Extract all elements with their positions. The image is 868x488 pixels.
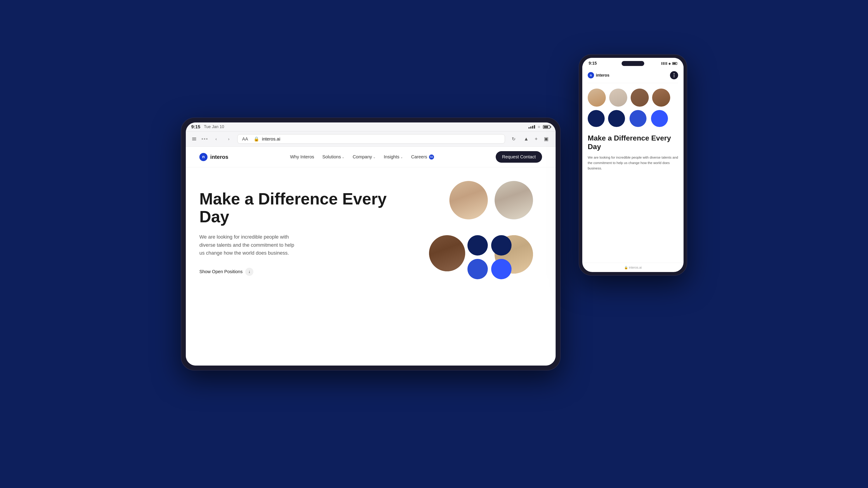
nav-why-interos[interactable]: Why Interos <box>290 154 314 160</box>
scene: 9:15 Tue Jan 10 ○ <box>0 0 868 488</box>
wifi-icon: ○ <box>538 125 540 129</box>
tablet-status-bar: 9:15 Tue Jan 10 ○ <box>186 123 556 131</box>
phone-url-text: 🔒 <box>624 266 629 269</box>
sidebar-toggle-button[interactable] <box>191 137 197 141</box>
phone-menu-button[interactable] <box>670 71 678 79</box>
signal-bars-icon <box>528 125 535 129</box>
phone-dot-navy-1 <box>588 110 604 127</box>
phone-device: 9:15 ▐▐▐▐ ◆ n interos <box>579 54 687 275</box>
address-bar[interactable]: AA 🔒 interos.ai <box>237 134 505 144</box>
phone-hero-subtitle: We are looking for incredible people wit… <box>588 155 678 171</box>
logo-text: interos <box>210 154 228 160</box>
lock-icon: 🔒 <box>254 136 259 142</box>
nav-careers[interactable]: Careers 56 <box>411 154 434 160</box>
hero-subtitle: We are looking for incredible people wit… <box>199 233 299 257</box>
chevron-down-icon: ⌄ <box>400 155 403 159</box>
phone-url-bar: 🔒 interos.ai <box>582 263 684 272</box>
hero-title: Make a Difference Every Day <box>199 190 420 226</box>
url-text: interos.ai <box>262 136 280 142</box>
browser-actions: ▲ + ▣ <box>522 135 550 143</box>
phone-status-icons: ▐▐▐▐ ◆ <box>661 62 677 65</box>
chevron-down-icon: ⌄ <box>373 155 376 159</box>
dot-navy-2 <box>491 235 512 256</box>
phone-status-bar: 9:15 ▐▐▐▐ ◆ <box>582 58 684 68</box>
careers-badge: 56 <box>429 155 434 160</box>
hero-text: Make a Difference Every Day We are looki… <box>199 190 420 276</box>
wifi-icon: ◆ <box>669 62 671 65</box>
phone-hero-title: Make a Difference Every Day <box>588 134 678 151</box>
share-button[interactable]: ▲ <box>522 135 530 143</box>
menu-dots-icon <box>674 73 675 77</box>
arrow-down-icon: ↓ <box>245 268 253 276</box>
signal-icon: ▐▐▐▐ <box>661 62 667 65</box>
browser-window-dots <box>202 138 208 140</box>
phone-logo-text: interos <box>596 73 610 78</box>
phone-dot-navy-2 <box>608 110 625 127</box>
reload-button[interactable]: ↻ <box>509 135 518 143</box>
tablet-website-content: n interos Why Interos Solutions ⌄ Compan… <box>186 147 556 365</box>
phone-logo: n interos <box>588 72 610 78</box>
tablet-status-right: ○ <box>528 125 550 129</box>
phone-dot-blue-1 <box>629 110 647 127</box>
tablet-browser-bar: ‹ › AA 🔒 interos.ai ↻ ▲ + ▣ <box>186 131 556 147</box>
tablet-device: 9:15 Tue Jan 10 ○ <box>181 118 561 370</box>
dot-blue-2 <box>491 259 512 279</box>
tablet-time: 9:15 <box>191 124 200 129</box>
hero-section: Make a Difference Every Day We are looki… <box>186 167 556 294</box>
battery-icon <box>543 125 550 129</box>
tablet-screen: 9:15 Tue Jan 10 ○ <box>186 123 556 365</box>
website-nav: n interos Why Interos Solutions ⌄ Compan… <box>186 147 556 167</box>
person-3-avatar <box>429 235 465 271</box>
request-contact-button[interactable]: Request Contact <box>496 151 542 163</box>
phone-notch <box>622 61 644 66</box>
tabs-button[interactable]: ▣ <box>542 135 550 143</box>
phone-screen: 9:15 ▐▐▐▐ ◆ n interos <box>582 58 684 272</box>
aa-label: AA <box>242 136 248 142</box>
chevron-down-icon: ⌄ <box>342 155 344 159</box>
logo: n interos <box>199 153 228 161</box>
phone-person-2-avatar <box>609 89 627 107</box>
new-tab-button[interactable]: + <box>532 135 540 143</box>
phone-nav: n interos <box>588 71 678 83</box>
tablet-status-left: 9:15 Tue Jan 10 <box>191 124 224 129</box>
nav-links: Why Interos Solutions ⌄ Company ⌄ Insigh… <box>290 154 434 160</box>
dot-navy-1 <box>467 235 488 256</box>
phone-time: 9:15 <box>589 61 597 66</box>
phone-person-1-avatar <box>588 89 606 107</box>
phone-person-3-avatar <box>631 89 649 107</box>
dot-blue-1 <box>467 259 488 279</box>
browser-back-button[interactable]: ‹ <box>212 135 220 143</box>
person-1-avatar <box>450 181 488 219</box>
hero-images <box>429 181 542 285</box>
nav-solutions[interactable]: Solutions ⌄ <box>322 154 344 160</box>
battery-icon <box>672 62 677 65</box>
nav-insights[interactable]: Insights ⌄ <box>384 154 403 160</box>
logo-icon: n <box>199 153 208 161</box>
nav-company[interactable]: Company ⌄ <box>352 154 376 160</box>
phone-person-4-avatar <box>652 89 670 107</box>
browser-forward-button[interactable]: › <box>225 135 233 143</box>
phone-content: n interos <box>582 68 684 263</box>
phone-hero-images <box>588 89 678 129</box>
phone-dot-blue-2 <box>651 110 668 127</box>
person-2-avatar <box>495 181 533 219</box>
tablet-date: Tue Jan 10 <box>204 125 224 129</box>
show-positions-button[interactable]: Show Open Positions ↓ <box>199 268 253 276</box>
phone-logo-icon: n <box>588 72 594 78</box>
